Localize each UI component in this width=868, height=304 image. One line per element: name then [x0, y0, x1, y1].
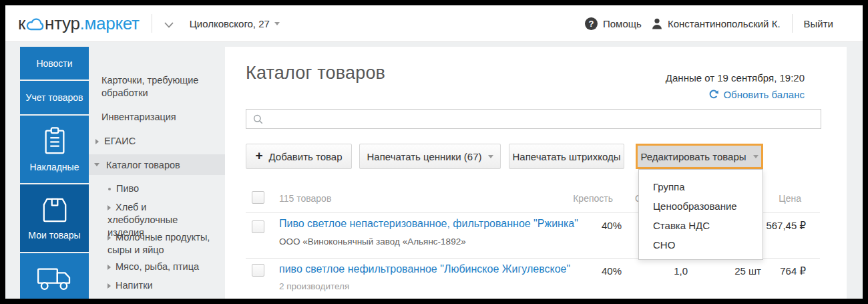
outlet-address: Циолковского, 27 [190, 18, 270, 29]
clipboard-icon [41, 126, 69, 156]
triangle-right-icon [107, 205, 111, 210]
search-icon [253, 114, 263, 124]
topbar-divider [792, 14, 793, 33]
search-box [246, 109, 821, 129]
search-input[interactable] [268, 110, 821, 128]
triangle-right-icon [95, 139, 99, 144]
logout-link[interactable]: Выйти [804, 18, 833, 29]
sidebar-item-label: Мои товары [28, 230, 80, 241]
product-manufacturer: 2 производителя [279, 281, 349, 291]
edit-products-label: Редактировать товары [640, 151, 746, 162]
triangle-right-icon [107, 283, 111, 289]
subnav-item-inventory[interactable]: Инвентаризация [101, 111, 176, 124]
sidebar-item-label: Новости [36, 58, 72, 69]
sidebar-item-delivery[interactable] [20, 253, 89, 299]
user-menu[interactable]: Константинопольский К. [652, 18, 781, 29]
topbar-divider [152, 14, 152, 33]
cell-price: 764 ₽ [780, 265, 806, 277]
data-timestamp: Данные от 19 сентября, 19:20 [666, 72, 805, 84]
select-all-checkbox[interactable] [252, 191, 264, 204]
refresh-icon [708, 90, 718, 100]
subnav-item-label: Мясо, рыба, птица [116, 261, 199, 272]
row-checkbox[interactable] [252, 264, 264, 277]
cloud-icon [26, 17, 44, 31]
dot-icon [108, 188, 111, 190]
catalog-panel: Каталог товаров Данные от 19 сентября, 1… [225, 47, 847, 299]
package-box-icon [40, 196, 69, 224]
cell-stock: 25 шт [734, 265, 761, 277]
secondary-sidebar: Карточки, требующие обработки Инвентариз… [89, 47, 225, 299]
column-header-price: Цена [779, 193, 801, 204]
subnav-item-egais[interactable]: ЕГАИС [95, 135, 136, 148]
plus-icon: + [255, 148, 262, 163]
subnav-item-cards-to-process[interactable]: Карточки, требующие обработки [101, 74, 210, 100]
refresh-balance-label: Обновить баланс [723, 89, 805, 100]
subnav-item-label: Напитки [116, 280, 153, 291]
org-switcher-chevron-down-icon[interactable] [162, 16, 176, 33]
topbar: к нтур .маркет Циолковского, 27 ? Помощь [5, 5, 863, 42]
subnav-child-drinks[interactable]: Напитки [107, 279, 153, 292]
cell-volume: 1,0 [674, 265, 688, 277]
triangle-right-icon [107, 265, 111, 270]
sidebar-item-my-goods[interactable]: Мои товары [20, 184, 89, 252]
kontur-market-logo[interactable]: к нтур .маркет [18, 13, 140, 34]
product-link[interactable]: пиво светлое нефильтрованное "Любинское … [279, 263, 570, 275]
logo-text-prefix: к [18, 13, 25, 34]
sidebar-item-label: Учет товаров [26, 92, 83, 103]
caret-down-icon [753, 155, 758, 158]
cell-strength: 40% [602, 265, 622, 277]
products-count: 115 товаров [279, 193, 331, 204]
product-link[interactable]: Пиво светлое непастеризованное, фильтров… [279, 218, 578, 230]
dropdown-item-sno[interactable]: СНО [639, 235, 763, 255]
dropdown-item-pricing[interactable]: Ценообразование [639, 196, 763, 216]
caret-down-icon [274, 22, 280, 25]
print-barcodes-label: Напечатать штрихкоды [513, 151, 621, 162]
logo-text-product: .маркет [80, 13, 140, 34]
add-product-label: Добавить товар [269, 151, 343, 162]
product-manufacturer: ООО «Виноконьячный завод «Альянс-1892» [279, 237, 466, 247]
subnav-item-label: ЕГАИС [104, 136, 136, 146]
edit-products-button[interactable]: Редактировать товары [638, 146, 761, 167]
subnav-item-label: Каталог товаров [106, 160, 180, 170]
edit-products-dropdown: Группа Ценообразование Ставка НДС СНО [638, 169, 763, 260]
sidebar-item-label: Накладные [30, 162, 79, 172]
sidebar-item-invoices[interactable]: Накладные [20, 116, 89, 183]
add-product-button[interactable]: + Добавить товар [246, 144, 352, 169]
refresh-balance-link[interactable]: Обновить баланс [708, 89, 805, 100]
subnav-child-beer[interactable]: Пиво [108, 182, 139, 195]
delivery-truck-icon [36, 264, 73, 293]
help-link[interactable]: ? Помощь [585, 17, 642, 30]
subnav-item-label: Инвентаризация [101, 112, 176, 122]
caret-down-icon [488, 155, 493, 158]
subnav-child-meat[interactable]: Мясо, рыба, птица [107, 261, 221, 273]
dropdown-item-group[interactable]: Группа [639, 177, 763, 196]
cell-price: 567,45 ₽ [766, 220, 806, 232]
logo-text-rest: нтур [45, 13, 80, 34]
subnav-item-catalog-selected[interactable]: Каталог товаров [89, 154, 225, 175]
print-barcodes-button[interactable]: Напечатать штрихкоды [509, 144, 624, 169]
print-price-tags-button[interactable]: Напечатать ценники (67) [359, 144, 501, 169]
print-price-tags-label: Напечатать ценники (67) [367, 151, 481, 162]
page-title: Каталог товаров [246, 63, 385, 84]
subnav-item-label: Пиво [116, 183, 139, 194]
row-checkbox[interactable] [252, 220, 264, 233]
subnav-item-label: Молочные продукты, сыры и яйцо [107, 232, 210, 255]
help-label: Помощь [603, 18, 642, 29]
dropdown-item-vat-rate[interactable]: Ставка НДС [639, 216, 763, 235]
subnav-item-label: Карточки, требующие обработки [101, 75, 198, 98]
subnav-child-dairy[interactable]: Молочные продукты, сыры и яйцо [107, 231, 213, 257]
column-header-strength: Крепость [573, 193, 613, 204]
cell-strength: 40% [602, 220, 622, 231]
app-window: к нтур .маркет Циолковского, 27 ? Помощь [5, 5, 863, 299]
user-name: Константинопольский К. [668, 18, 781, 29]
primary-sidebar: Новости Учет товаров Накладные Мои товар… [20, 47, 89, 299]
person-icon [652, 18, 662, 29]
question-mark-icon: ? [585, 17, 598, 30]
triangle-down-icon [94, 163, 99, 166]
edit-products-button-highlight: Редактировать товары [636, 144, 763, 169]
sidebar-item-news[interactable]: Новости [20, 47, 89, 80]
current-outlet-selector[interactable]: Циолковского, 27 [190, 18, 280, 29]
sidebar-item-stock-accounting[interactable]: Учет товаров [20, 81, 89, 114]
triangle-right-icon [107, 235, 111, 241]
